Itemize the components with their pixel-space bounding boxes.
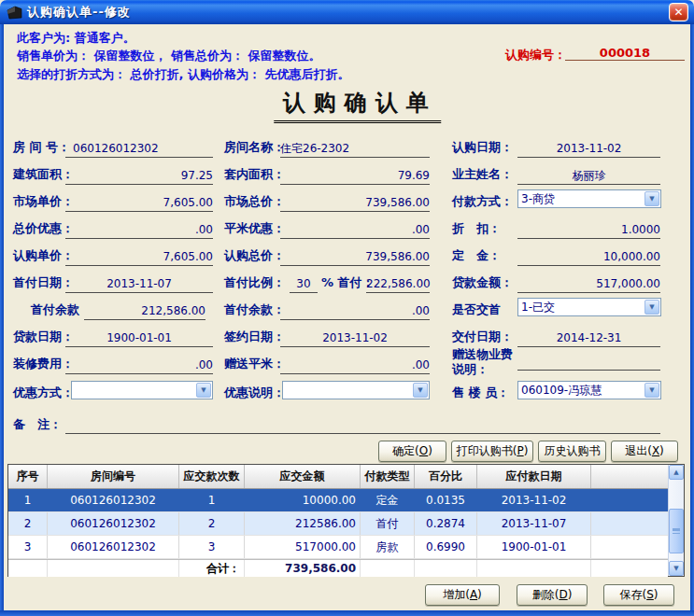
form-title: 认购确认单 bbox=[274, 88, 441, 123]
remark-field[interactable] bbox=[65, 417, 660, 434]
room-name-label: 房间名称： bbox=[224, 139, 285, 156]
sum-cell-empty bbox=[591, 560, 668, 577]
cell-amount-due[interactable]: 517000.00 bbox=[245, 536, 361, 558]
cell-installment[interactable]: 1 bbox=[179, 489, 245, 511]
cell-seq[interactable]: 3 bbox=[8, 536, 48, 558]
cell-room-no[interactable]: 060126012302 bbox=[48, 489, 179, 511]
cell-percentage[interactable]: 0.2874 bbox=[415, 512, 477, 535]
history-confirmation-button[interactable]: 历史认购书 bbox=[538, 441, 606, 462]
scroll-up-icon[interactable]: ▲ bbox=[669, 465, 684, 480]
salesperson-label: 售 楼 员： bbox=[452, 385, 509, 401]
app-icon bbox=[7, 6, 22, 20]
confirm-button[interactable]: 确定(O) bbox=[378, 441, 446, 462]
purchase-unit-price-field[interactable]: 7,605.00 bbox=[65, 249, 213, 266]
first-paid-select[interactable]: 1-已交 ▼ bbox=[517, 298, 661, 316]
payment-schedule-table: 序号 房间编号 应交款次数 应交金额 付款类型 百分比 应付款日期 1 0601… bbox=[7, 464, 685, 577]
chevron-down-icon[interactable]: ▼ bbox=[413, 383, 428, 398]
per-sqm-discount-field[interactable]: .00 bbox=[280, 222, 430, 239]
down-payment-balance-left-field[interactable]: 212,586.00 bbox=[84, 303, 205, 320]
table-row[interactable]: 2 060126012302 2 212586.00 首付 0.2874 201… bbox=[8, 512, 668, 536]
save-button[interactable]: 保存(S) bbox=[603, 584, 674, 606]
owner-name-label: 业主姓名： bbox=[452, 166, 513, 183]
cell-due-date[interactable]: 2013-11-02 bbox=[477, 489, 591, 511]
market-unit-price-field[interactable]: 7,605.00 bbox=[65, 195, 213, 212]
cell-seq[interactable]: 2 bbox=[8, 512, 48, 535]
down-payment-ratio-field[interactable]: 30 bbox=[290, 276, 318, 293]
col-header-room-no[interactable]: 房间编号 bbox=[48, 465, 179, 488]
cell-installment[interactable]: 3 bbox=[179, 536, 245, 558]
down-payment-date-field[interactable]: 2013-11-07 bbox=[65, 276, 213, 293]
col-header-percentage[interactable]: 百分比 bbox=[415, 465, 477, 488]
down-payment-balance-mid-label: 首付余款： bbox=[224, 301, 285, 318]
col-header-payment-type[interactable]: 付款类型 bbox=[361, 465, 415, 488]
delete-button[interactable]: 删除(D) bbox=[517, 584, 588, 606]
discount-label: 折 扣： bbox=[452, 220, 501, 237]
discount-note-select[interactable]: ▼ bbox=[282, 381, 430, 399]
total-discount-field[interactable]: .00 bbox=[65, 222, 213, 239]
down-payment-balance-left-label: 首付余款 bbox=[31, 301, 79, 318]
salesperson-select[interactable]: 060109-冯琼慧 ▼ bbox=[517, 381, 661, 399]
gift-property-fee-field[interactable] bbox=[517, 354, 660, 371]
table-row[interactable]: 1 060126012302 1 10000.00 定金 0.0135 2013… bbox=[8, 489, 668, 512]
remark-label: 备 注： bbox=[13, 416, 62, 433]
cell-payment-type[interactable]: 首付 bbox=[361, 512, 415, 535]
table-row[interactable]: 3 060126012302 3 517000.00 房款 0.6990 190… bbox=[8, 536, 668, 559]
cell-due-date[interactable]: 1900-01-01 bbox=[477, 536, 591, 558]
purchase-date-field[interactable]: 2013-11-02 bbox=[517, 141, 660, 158]
scroll-down-icon[interactable]: ▼ bbox=[669, 561, 684, 576]
down-payment-amount-field[interactable]: 222,586.00 bbox=[366, 276, 430, 293]
sign-date-field[interactable]: 2013-11-02 bbox=[280, 330, 430, 347]
purchase-total-field[interactable]: 739,586.00 bbox=[280, 249, 430, 266]
down-payment-balance-mid-field[interactable]: .00 bbox=[280, 303, 430, 320]
loan-date-field[interactable]: 1900-01-01 bbox=[65, 330, 213, 347]
discount-field[interactable]: 1.0000 bbox=[517, 222, 660, 239]
discount-method-select[interactable]: ▼ bbox=[71, 381, 213, 399]
chevron-down-icon[interactable]: ▼ bbox=[644, 383, 659, 398]
renovation-fee-field[interactable]: .00 bbox=[65, 357, 213, 374]
deposit-field[interactable]: 10,000.00 bbox=[517, 249, 660, 266]
sum-cell-empty bbox=[361, 560, 415, 577]
col-header-installment[interactable]: 应交款次数 bbox=[179, 465, 245, 488]
cell-amount-due[interactable]: 212586.00 bbox=[245, 512, 361, 535]
cell-seq[interactable]: 1 bbox=[8, 489, 48, 511]
payment-method-value: 3-商贷 bbox=[518, 190, 644, 207]
inner-area-field[interactable]: 79.69 bbox=[280, 168, 430, 185]
window-border-bottom bbox=[0, 610, 694, 616]
room-name-field[interactable]: 住宅26-2302 bbox=[280, 141, 430, 158]
col-header-seq[interactable]: 序号 bbox=[8, 465, 48, 488]
gift-sqm-label: 赠送平米： bbox=[224, 356, 285, 372]
table-scrollbar[interactable]: ▲ ▼ bbox=[668, 465, 684, 576]
cell-due-date[interactable]: 2013-11-07 bbox=[477, 512, 591, 535]
cell-amount-due[interactable]: 10000.00 bbox=[245, 489, 361, 511]
delivery-date-field[interactable]: 2014-12-31 bbox=[517, 330, 660, 347]
chevron-down-icon[interactable]: ▼ bbox=[196, 383, 211, 398]
cell-payment-type[interactable]: 房款 bbox=[361, 536, 415, 558]
deposit-label: 定 金： bbox=[452, 247, 501, 264]
chevron-down-icon[interactable]: ▼ bbox=[644, 300, 659, 315]
cell-installment[interactable]: 2 bbox=[179, 512, 245, 535]
build-area-field[interactable]: 97.25 bbox=[65, 168, 213, 185]
cell-room-no[interactable]: 060126012302 bbox=[48, 512, 179, 535]
cell-room-no[interactable]: 060126012302 bbox=[48, 536, 179, 558]
chevron-down-icon[interactable]: ▼ bbox=[644, 191, 659, 206]
exit-button[interactable]: 退出(X) bbox=[611, 441, 678, 462]
owner-name-field[interactable]: 杨丽珍 bbox=[517, 168, 660, 185]
loan-amount-field[interactable]: 517,000.00 bbox=[517, 276, 660, 293]
print-confirmation-button[interactable]: 打印认购书(P) bbox=[451, 441, 533, 462]
col-header-amount-due[interactable]: 应交金额 bbox=[245, 465, 361, 488]
total-label: 合计： bbox=[179, 560, 245, 577]
room-no-field[interactable]: 060126012302 bbox=[65, 141, 213, 158]
titlebar[interactable]: 认购确认单--修改 ✕ bbox=[0, 0, 694, 24]
order-no-value: 000018 bbox=[565, 46, 685, 61]
scrollbar-thumb[interactable] bbox=[669, 509, 684, 553]
cell-percentage[interactable]: 0.0135 bbox=[415, 489, 477, 511]
cell-percentage[interactable]: 0.6990 bbox=[415, 536, 477, 558]
col-header-due-date[interactable]: 应付款日期 bbox=[477, 465, 591, 488]
add-button[interactable]: 增加(A) bbox=[425, 584, 500, 606]
gift-sqm-field[interactable]: .00 bbox=[280, 357, 430, 374]
close-button[interactable]: ✕ bbox=[669, 3, 688, 21]
payment-method-select[interactable]: 3-商贷 ▼ bbox=[517, 189, 661, 208]
cell-payment-type[interactable]: 定金 bbox=[361, 489, 415, 511]
market-total-field[interactable]: 739,586.00 bbox=[280, 195, 430, 212]
payment-method-label: 付款方式： bbox=[452, 193, 513, 210]
